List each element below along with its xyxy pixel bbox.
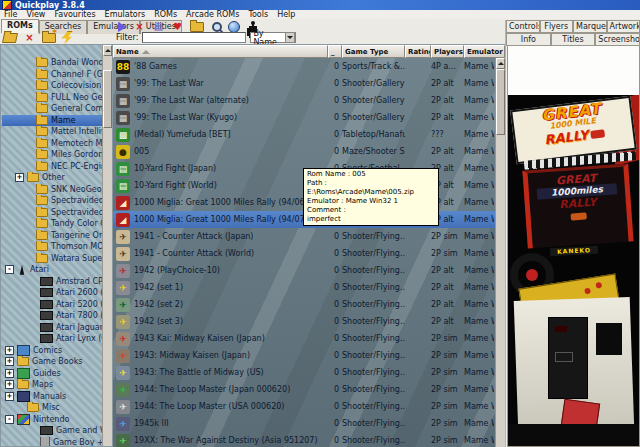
game-row[interactable]: ▦ '99: The Last War (alternate) 0 Shoote… [113, 92, 496, 109]
game-row[interactable]: 88 '88 Games 0 Sports/Track &... 4P a...… [113, 58, 496, 75]
game-type: Shooter/Flying... [342, 232, 405, 241]
expand-toggle-icon[interactable]: - [5, 415, 14, 424]
delete-icon[interactable]: × [23, 32, 36, 44]
open-folder-icon[interactable] [2, 33, 18, 43]
menu-item[interactable]: File [4, 10, 17, 19]
list-scrollbar[interactable] [495, 58, 505, 447]
game-row[interactable]: ▩ (Medal) Yumefuda [BET] 0 Tabletop/Hana… [113, 126, 496, 143]
column-header-gametype[interactable]: Game Type [342, 45, 405, 58]
menu-item[interactable]: Help [277, 10, 295, 19]
tree-item[interactable]: Misc [2, 402, 103, 414]
sort-by-combo[interactable]: By Name [250, 32, 296, 43]
tree-item[interactable]: - Nintendo [2, 414, 103, 426]
game-row[interactable]: ✈ 1942 (PlayChoice-10) 0 Shooter/Flying.… [113, 262, 496, 279]
system-folder-icon [36, 70, 48, 79]
artwork-tab[interactable]: Artwork [607, 20, 640, 33]
tree-item[interactable]: NEC PC-Engine (Tu... [2, 161, 103, 173]
column-header-name[interactable]: Name [113, 45, 328, 58]
game-row[interactable]: ✈ 1943: Midway Kaisen (Japan) 0 Shooter/… [113, 347, 496, 364]
tree-item[interactable]: Mattel Intellivis... [2, 126, 103, 138]
menu-item[interactable]: Emulators [105, 10, 146, 19]
game-icon: ✈ [116, 281, 130, 295]
expand-toggle-icon[interactable]: + [5, 380, 14, 389]
expand-toggle-icon[interactable]: + [15, 173, 24, 182]
scroll-up-icon[interactable] [103, 45, 112, 56]
scrollbar-thumb[interactable] [496, 69, 505, 135]
folder-icon[interactable] [190, 22, 204, 32]
tree-item[interactable]: Atari Jaguar (Go... [2, 322, 103, 334]
expand-toggle-icon[interactable]: + [5, 392, 14, 401]
menu-item[interactable]: View [26, 10, 45, 19]
run-game-icon[interactable] [118, 22, 127, 32]
game-row[interactable]: ✈ 1941 - Counter Attack (Japan) 0 Shoote… [113, 228, 496, 245]
combo-dropdown-icon[interactable] [285, 32, 295, 43]
scroll-up-icon[interactable] [496, 58, 505, 69]
game-row[interactable]: ✈ 1943: The Battle of Midway (US) 0 Shoo… [113, 364, 496, 381]
tree-item[interactable]: SNK NeoGeo Pocket... [2, 184, 103, 196]
expand-toggle-icon[interactable]: + [5, 346, 14, 355]
game-row[interactable]: ✈ 1942 (set 3) 0 Shooter/Flying... 2P al… [113, 313, 496, 330]
tree-item[interactable]: Miles Gordon Sam ... [2, 149, 103, 161]
game-row[interactable]: ✈ 1944: The Loop Master (Japan 000620) 0… [113, 381, 496, 398]
game-row[interactable]: ✈ 1945k III 0 Shooter/Flying... 2P sim M… [113, 415, 496, 432]
tree-item[interactable]: + Maps [2, 379, 103, 391]
artwork-tab[interactable]: Controls [506, 20, 540, 33]
artwork-tab[interactable]: Marquees [573, 20, 607, 33]
tree-item[interactable]: Memotech MTX (Goo... [2, 138, 103, 150]
tree-item[interactable]: Mame [2, 115, 103, 127]
sidebar-scrollbar[interactable] [102, 45, 112, 446]
menu-item[interactable]: Favourites [54, 10, 95, 19]
game-row[interactable]: ✈ 19XX: The War Against Destiny (Asia 95… [113, 432, 496, 447]
filter-input[interactable] [142, 32, 246, 43]
game-row[interactable]: ▦ '99: The Last War 0 Shooter/Gallery 2P… [113, 75, 496, 92]
game-row[interactable]: ✈ 1943 Kai: Midway Kaisen (Japan) 0 Shoo… [113, 330, 496, 347]
tree-item[interactable]: + Comics [2, 345, 103, 357]
tree-item[interactable]: Thomson MO5 (Good... [2, 241, 103, 253]
tree-item[interactable]: + Manuals [2, 391, 103, 403]
column-header-rating[interactable]: Rating [405, 45, 431, 58]
tree-item[interactable]: Game Boy + Game ... [2, 437, 103, 447]
new-folder-icon[interactable] [42, 33, 56, 43]
game-row[interactable]: ✈ 1942 (set 2) 0 Shooter/Flying... 2P al… [113, 296, 496, 313]
system-folder-icon [36, 150, 48, 159]
tree-item[interactable]: Atari Lynx (Good... [2, 333, 103, 345]
game-icon: ▤ [116, 179, 130, 193]
scan-icon[interactable] [62, 31, 73, 45]
tree-item[interactable]: Colecovision (Goo... [2, 80, 103, 92]
game-row[interactable]: ✈ 1944: The Loop Master (USA 000620) 0 S… [113, 398, 496, 415]
column-header-count[interactable]: _ [328, 45, 342, 58]
tree-item[interactable]: Watara SuperVisio... [2, 253, 103, 265]
tree-item[interactable]: General Computer ... [2, 103, 103, 115]
game-players: 2P sim [431, 351, 464, 360]
tree-item[interactable]: - Atari [2, 264, 103, 276]
tree-item[interactable]: Game and Watch [2, 425, 103, 437]
expand-toggle-icon[interactable]: + [5, 357, 14, 366]
tree-item[interactable]: Atari 2600 (Good... [2, 287, 103, 299]
tree-item[interactable]: Bandai WonderSwan... [2, 57, 103, 69]
menu-item[interactable]: Arcade ROMs [186, 10, 239, 19]
tree-item[interactable]: + Game Books [2, 356, 103, 368]
tree-item[interactable]: + Other [2, 172, 103, 184]
tree-item[interactable]: Amstrad CPC (Goo... [2, 276, 103, 288]
tree-item[interactable]: + Guides [2, 368, 103, 380]
menu-item[interactable]: ROMs [154, 10, 177, 19]
tree-item[interactable]: Atari 7800 (Good... [2, 310, 103, 322]
game-row[interactable]: ▦ '99: The Last War (Kyugo) 0 Shooter/Ga… [113, 109, 496, 126]
scrollbar-thumb[interactable] [103, 70, 112, 128]
column-header-players[interactable]: Players [431, 45, 464, 58]
tree-item[interactable]: FULL Neo Geo Pock... [2, 92, 103, 104]
column-header-emulator[interactable]: Emulator [464, 45, 505, 58]
menu-item[interactable]: Tools [248, 10, 268, 19]
tree-item[interactable]: Atari 5200 (Good... [2, 299, 103, 311]
tree-item[interactable]: Tangerine Oric (G... [2, 230, 103, 242]
tree-item[interactable]: Spectravideo MSX ... [2, 195, 103, 207]
artwork-tab[interactable]: Flyers [540, 20, 574, 33]
game-row[interactable]: ✈ 1942 (set 1) 0 Shooter/Flying... 2P al… [113, 279, 496, 296]
game-row[interactable]: ● 005 0 Maze/Shooter S... 2P alt Mame Wi… [113, 143, 496, 160]
tree-item[interactable]: Tandy Color Compu... [2, 218, 103, 230]
expand-toggle-icon[interactable]: - [5, 265, 14, 274]
expand-toggle-icon[interactable]: + [5, 369, 14, 378]
tree-item[interactable]: Channel F (GoodCh... [2, 69, 103, 81]
tree-item[interactable]: Spectravideo MSX ... [2, 207, 103, 219]
game-row[interactable]: ✈ 1941 - Counter Attack (World) 0 Shoote… [113, 245, 496, 262]
